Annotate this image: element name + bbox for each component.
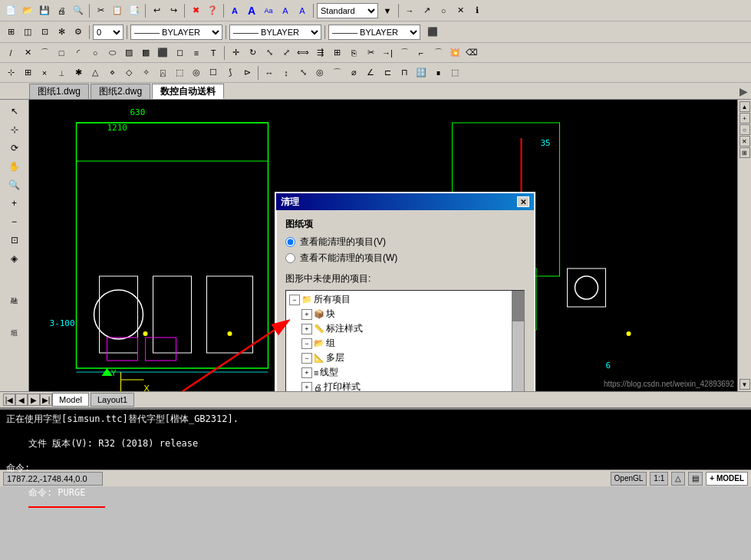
trim-tool[interactable]: ✂ (363, 45, 378, 61)
zoomfit-btn[interactable]: ⊡ (5, 232, 25, 249)
snap5[interactable]: ✱ (71, 65, 86, 81)
snap4[interactable]: ⟂ (54, 65, 69, 81)
text-a4[interactable]: A (295, 3, 310, 18)
snap1[interactable]: ⊹ (3, 65, 18, 81)
dim4[interactable]: ◎ (312, 65, 328, 81)
dialog-close-button[interactable]: ✕ (517, 196, 529, 207)
ellipse-tool[interactable]: ⬭ (104, 45, 120, 61)
expander-linetype[interactable]: + (301, 367, 312, 378)
layer-btn[interactable]: ◫ (20, 25, 35, 40)
extra-btn[interactable]: ⬛ (425, 25, 440, 40)
snap10[interactable]: ⍓ (155, 65, 170, 81)
open-btn[interactable]: 📂 (20, 3, 35, 18)
offset-tool[interactable]: ⇶ (312, 45, 328, 61)
dim7[interactable]: ∠ (363, 65, 378, 81)
bylayer-dropdown3[interactable]: ——— BYLAYER (328, 25, 420, 40)
dim8[interactable]: ⊏ (380, 65, 395, 81)
sun-btn[interactable]: ✻ (54, 25, 69, 40)
orbit-btn[interactable]: ⟳ (5, 140, 25, 156)
tab-drawing2[interactable]: 图纸2.dwg (91, 84, 150, 99)
extend-tool[interactable]: →| (380, 45, 395, 61)
gear-btn[interactable]: ⚙ (71, 25, 86, 40)
scale-tool[interactable]: ⤡ (262, 45, 277, 61)
fillet-tool[interactable]: ⌒ (397, 45, 412, 61)
pick-btn[interactable]: ⊹ (5, 121, 25, 138)
xline-tool[interactable]: ✕ (20, 45, 35, 61)
snap8[interactable]: ◇ (121, 65, 137, 81)
dim9[interactable]: ⊓ (397, 65, 412, 81)
snap7[interactable]: ⋄ (104, 65, 120, 81)
layout-tab-model[interactable]: Model (52, 393, 89, 407)
expander-plotstyle[interactable]: + (301, 382, 312, 392)
layout-nav-next[interactable]: ▶ (28, 394, 40, 406)
wipeout-tool[interactable]: ◻ (172, 45, 187, 61)
snap3[interactable]: × (37, 65, 52, 81)
right-btn6[interactable]: ▼ (739, 379, 750, 390)
dim1[interactable]: ↔ (262, 65, 277, 81)
arc-tool[interactable]: ◜ (71, 45, 86, 61)
layout-nav-last[interactable]: ▶| (40, 394, 52, 406)
gradient-tool[interactable]: ▩ (138, 45, 153, 61)
circle-draw[interactable]: ○ (87, 45, 103, 61)
tree-item-blocks[interactable]: + 📦 块 (288, 307, 522, 321)
save-btn[interactable]: 💾 (37, 3, 52, 18)
dim12[interactable]: ⬚ (447, 65, 463, 81)
tree-item-group[interactable]: − 📂 组 (288, 336, 522, 351)
multiline-tool[interactable]: ≡ (189, 45, 204, 61)
text-a1[interactable]: A (227, 3, 242, 18)
tab-drawing1[interactable]: 图纸1.dwg (29, 84, 89, 99)
right-btn5[interactable]: ⊞ (739, 147, 750, 158)
snap12[interactable]: ◎ (189, 65, 204, 81)
cut-btn[interactable]: ✂ (93, 3, 108, 18)
rect-tool[interactable]: □ (54, 45, 69, 61)
expander-dimstyle[interactable]: + (301, 324, 312, 334)
items-tree[interactable]: − 📁 所有项目 + 📦 块 + � (285, 290, 525, 391)
arrow-right[interactable]: → (402, 3, 417, 18)
text-tool[interactable]: T (206, 45, 221, 61)
number-dropdown[interactable]: 0 (93, 25, 124, 40)
layout-nav-prev[interactable]: ◀ (15, 394, 28, 406)
right-btn2[interactable]: + (739, 113, 750, 124)
dim10[interactable]: 🔠 (413, 65, 429, 81)
region-tool[interactable]: ⬛ (155, 45, 170, 61)
layer2-btn[interactable]: ⊡ (37, 25, 52, 40)
tab-drawing3[interactable]: 数控自动送料 (152, 84, 224, 99)
right-btn4[interactable]: ✕ (739, 136, 750, 147)
dim3[interactable]: ⤡ (295, 65, 311, 81)
erase-tool[interactable]: ⌫ (464, 45, 479, 61)
text-a2[interactable]: A (244, 3, 259, 18)
tree-item-dimstyle[interactable]: + 📏 标注样式 (288, 321, 522, 336)
snap15[interactable]: ⊳ (239, 65, 255, 81)
snap9[interactable]: ✧ (138, 65, 153, 81)
new-btn[interactable]: 📄 (3, 3, 18, 18)
layout-nav-first[interactable]: |◀ (3, 394, 15, 406)
break-tool[interactable]: ⌒ (430, 45, 446, 61)
undo-btn[interactable]: ↩ (149, 3, 164, 18)
chamfer-tool[interactable]: ⌐ (413, 45, 429, 61)
radio-label1[interactable]: 查看能清理的项目(V) (300, 236, 386, 249)
rotate-tool[interactable]: ↻ (245, 45, 260, 61)
poly-tool[interactable]: ⌒ (37, 45, 52, 61)
cancel-btn[interactable]: ✖ (188, 3, 203, 18)
dim11[interactable]: ∎ (430, 65, 446, 81)
snap-btn[interactable]: ⊞ (3, 25, 18, 40)
mirror-tool[interactable]: ⟺ (295, 45, 311, 61)
text-more[interactable]: ▼ (380, 3, 395, 18)
help-btn[interactable]: ❓ (205, 3, 220, 18)
purge-dialog[interactable]: 清理 ✕ 图纸项 查看能清理的项目(V) 查看不能清理的项目(W) (275, 192, 535, 391)
expander-blocks[interactable]: + (301, 309, 312, 320)
close-tool[interactable]: ✕ (453, 3, 468, 18)
copy-btn[interactable]: 📋 (110, 3, 125, 18)
paste-btn[interactable]: 📑 (127, 3, 142, 18)
arrow-ne[interactable]: ↗ (419, 3, 434, 18)
radio-label2[interactable]: 查看不能清理的项目(W) (300, 252, 397, 265)
radio-view-purgeable[interactable] (285, 237, 295, 247)
redo-btn[interactable]: ↪ (166, 3, 181, 18)
dim2[interactable]: ↕ (278, 65, 294, 81)
circle-tool[interactable]: ○ (436, 3, 451, 18)
print-btn[interactable]: 🖨 (54, 3, 69, 18)
expander-group[interactable]: − (301, 338, 312, 349)
select-btn[interactable]: ↖ (5, 103, 25, 120)
radio-view-unpurgeable[interactable] (285, 253, 295, 263)
zoom-btn[interactable]: 🔍 (5, 176, 25, 193)
